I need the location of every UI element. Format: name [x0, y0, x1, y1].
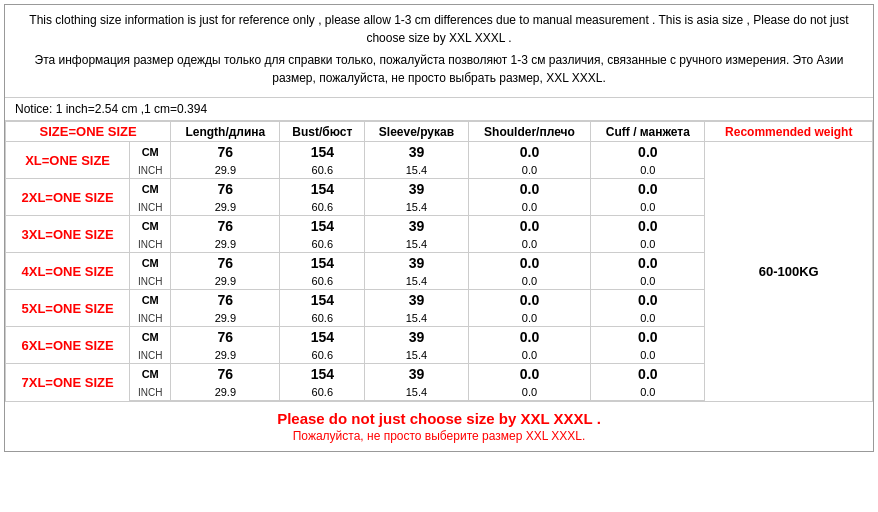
table-header-row: SIZE=ONE SIZE Length/длина Bust/бюст Sle… [6, 122, 873, 142]
inch-cuff: 0.0 [591, 347, 705, 364]
cm-bust: 154 [280, 253, 365, 274]
cm-sleeve: 39 [365, 364, 469, 385]
inch-shoulder: 0.0 [468, 310, 590, 327]
cm-cuff: 0.0 [591, 216, 705, 237]
inch-bust: 60.6 [280, 310, 365, 327]
unit-cm-label: CM [130, 142, 171, 163]
cm-length: 76 [171, 179, 280, 200]
conversion-text: Notice: 1 inch=2.54 cm ,1 cm=0.394 [15, 102, 207, 116]
cm-cuff: 0.0 [591, 179, 705, 200]
cm-sleeve: 39 [365, 216, 469, 237]
inch-length: 29.9 [171, 199, 280, 216]
unit-cm-label: CM [130, 179, 171, 200]
cm-bust: 154 [280, 216, 365, 237]
footer-en: Please do not just choose size by XXL XX… [9, 410, 869, 427]
inch-sleeve: 15.4 [365, 347, 469, 364]
inch-bust: 60.6 [280, 384, 365, 401]
inch-cuff: 0.0 [591, 384, 705, 401]
unit-inch-label: INCH [130, 384, 171, 401]
inch-bust: 60.6 [280, 347, 365, 364]
inch-shoulder: 0.0 [468, 199, 590, 216]
cm-cuff: 0.0 [591, 364, 705, 385]
notice-ru: Эта информация размер одежды только для … [15, 51, 863, 87]
unit-inch-label: INCH [130, 273, 171, 290]
cm-shoulder: 0.0 [468, 216, 590, 237]
header-recommended: Recommended weight [705, 122, 873, 142]
cm-sleeve: 39 [365, 142, 469, 163]
inch-shoulder: 0.0 [468, 162, 590, 179]
cm-length: 76 [171, 327, 280, 348]
size-cell: 5XL=ONE SIZE [6, 290, 130, 327]
size-cell: 3XL=ONE SIZE [6, 216, 130, 253]
cm-shoulder: 0.0 [468, 253, 590, 274]
inch-cuff: 0.0 [591, 273, 705, 290]
header-shoulder: Shoulder/плечо [468, 122, 590, 142]
cm-length: 76 [171, 290, 280, 311]
size-cell: 2XL=ONE SIZE [6, 179, 130, 216]
unit-inch-label: INCH [130, 310, 171, 327]
cm-length: 76 [171, 253, 280, 274]
inch-cuff: 0.0 [591, 162, 705, 179]
inch-cuff: 0.0 [591, 236, 705, 253]
header-size: SIZE=ONE SIZE [6, 122, 171, 142]
inch-length: 29.9 [171, 162, 280, 179]
inch-length: 29.9 [171, 273, 280, 290]
cm-sleeve: 39 [365, 327, 469, 348]
inch-length: 29.9 [171, 236, 280, 253]
inch-cuff: 0.0 [591, 199, 705, 216]
unit-inch-label: INCH [130, 347, 171, 364]
cm-cuff: 0.0 [591, 327, 705, 348]
cm-bust: 154 [280, 327, 365, 348]
cm-length: 76 [171, 216, 280, 237]
notice-block: This clothing size information is just f… [5, 5, 873, 98]
cm-bust: 154 [280, 290, 365, 311]
cm-shoulder: 0.0 [468, 179, 590, 200]
inch-shoulder: 0.0 [468, 236, 590, 253]
cm-shoulder: 0.0 [468, 290, 590, 311]
cm-bust: 154 [280, 364, 365, 385]
unit-cm-label: CM [130, 216, 171, 237]
cm-sleeve: 39 [365, 253, 469, 274]
inch-cuff: 0.0 [591, 310, 705, 327]
recommended-weight: 60-100KG [705, 142, 873, 401]
inch-sleeve: 15.4 [365, 384, 469, 401]
header-sleeve: Sleeve/рукав [365, 122, 469, 142]
size-cell: XL=ONE SIZE [6, 142, 130, 179]
inch-sleeve: 15.4 [365, 236, 469, 253]
footer-block: Please do not just choose size by XXL XX… [5, 401, 873, 451]
size-chart-container: This clothing size information is just f… [4, 4, 874, 452]
notice-en: This clothing size information is just f… [15, 11, 863, 47]
inch-shoulder: 0.0 [468, 347, 590, 364]
unit-cm-label: CM [130, 253, 171, 274]
inch-bust: 60.6 [280, 273, 365, 290]
inch-sleeve: 15.4 [365, 273, 469, 290]
cm-sleeve: 39 [365, 290, 469, 311]
footer-ru: Пожалуйста, не просто выберите размер XX… [9, 429, 869, 443]
table-row: XL=ONE SIZECM76154390.00.060-100KG [6, 142, 873, 163]
cm-cuff: 0.0 [591, 142, 705, 163]
header-bust: Bust/бюст [280, 122, 365, 142]
inch-bust: 60.6 [280, 236, 365, 253]
inch-length: 29.9 [171, 310, 280, 327]
unit-cm-label: CM [130, 290, 171, 311]
cm-shoulder: 0.0 [468, 364, 590, 385]
conversion-notice: Notice: 1 inch=2.54 cm ,1 cm=0.394 [5, 98, 873, 121]
cm-bust: 154 [280, 142, 365, 163]
inch-shoulder: 0.0 [468, 384, 590, 401]
cm-cuff: 0.0 [591, 290, 705, 311]
unit-inch-label: INCH [130, 199, 171, 216]
inch-sleeve: 15.4 [365, 162, 469, 179]
cm-length: 76 [171, 364, 280, 385]
inch-length: 29.9 [171, 347, 280, 364]
size-cell: 7XL=ONE SIZE [6, 364, 130, 401]
unit-cm-label: CM [130, 327, 171, 348]
inch-bust: 60.6 [280, 162, 365, 179]
size-cell: 6XL=ONE SIZE [6, 327, 130, 364]
inch-bust: 60.6 [280, 199, 365, 216]
header-cuff: Cuff / манжета [591, 122, 705, 142]
size-table: SIZE=ONE SIZE Length/длина Bust/бюст Sle… [5, 121, 873, 401]
inch-sleeve: 15.4 [365, 310, 469, 327]
cm-sleeve: 39 [365, 179, 469, 200]
cm-length: 76 [171, 142, 280, 163]
unit-inch-label: INCH [130, 236, 171, 253]
